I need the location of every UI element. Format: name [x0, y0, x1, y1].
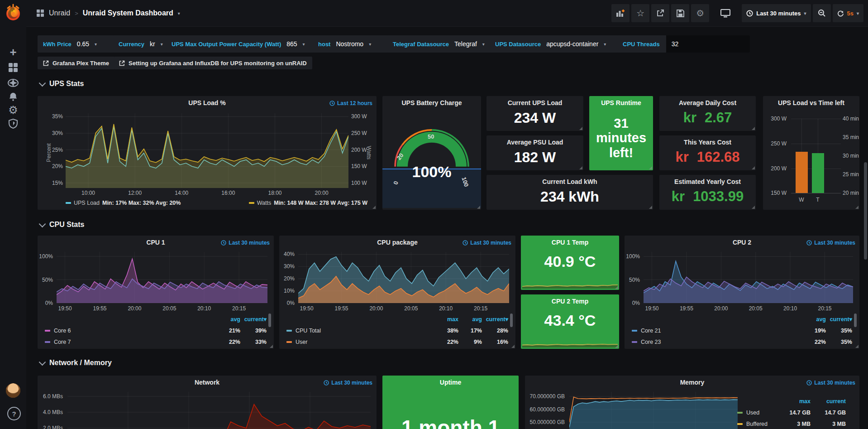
legend-header-max[interactable]: max	[435, 316, 458, 323]
legend-scrollbar[interactable]	[510, 313, 513, 327]
legend-header-row: avg current▾	[632, 313, 852, 325]
caret-down-icon: ▾	[369, 42, 371, 47]
chevron-down-icon	[39, 220, 46, 227]
amount: 1033.99	[693, 188, 744, 205]
dashboards-icon[interactable]	[0, 60, 26, 75]
time-range-picker[interactable]: Last 30 minutes ▾	[742, 4, 811, 22]
x-tick: 19:50	[645, 305, 659, 312]
panel-title[interactable]: CPU 2 Temp	[525, 298, 615, 305]
share-dashboard-button[interactable]	[651, 4, 669, 22]
section-network-memory[interactable]: Network / Memory	[40, 359, 112, 367]
legend-series[interactable]: Core 21	[632, 328, 802, 334]
server-admin-shield-icon[interactable]	[0, 116, 26, 131]
zoom-out-button[interactable]	[813, 4, 831, 22]
breadcrumb-folder[interactable]: Unraid	[49, 9, 70, 17]
panel-title[interactable]: UPS Battery Charge	[387, 99, 477, 106]
new-panel-icon[interactable]: +	[0, 44, 26, 60]
user-avatar[interactable]	[6, 383, 20, 398]
variable-ups-datasource[interactable]: UPS Datasource apcupsd-container ▾	[490, 35, 623, 53]
y-tick: 0%	[287, 300, 295, 306]
variable-telegraf-datasource[interactable]: Telegraf Datasource Telegraf ▾	[387, 35, 495, 53]
variable-host[interactable]: host Nostromo ▾	[313, 35, 393, 53]
panel-title[interactable]: Average PSU Load	[490, 139, 580, 146]
link-label: Setting up Grafana and InfluxDB for UPS …	[129, 60, 307, 67]
breadcrumb-dashboard-title[interactable]: Unraid System Dashboard	[83, 9, 173, 17]
apps-grid-icon[interactable]	[36, 9, 44, 17]
link-grafana-influxdb-ups-guide[interactable]: Setting up Grafana and InfluxDB for UPS …	[114, 57, 312, 69]
legend-series[interactable]: Core 7	[45, 339, 217, 345]
legend-series[interactable]: User	[286, 339, 435, 345]
save-dashboard-button[interactable]	[671, 4, 689, 22]
legend-series[interactable]: Buffered	[737, 421, 779, 427]
bar-time-left[interactable]	[812, 153, 824, 193]
panel-title[interactable]: Current UPS Load	[490, 99, 580, 106]
cycle-view-monitor-icon[interactable]	[716, 4, 734, 22]
panel-title[interactable]: Network	[56, 379, 358, 386]
legend-item[interactable]: UPS Load Min: 17% Max: 32% Avg: 20%	[66, 200, 181, 206]
refresh-picker[interactable]: 5s ▾	[833, 4, 864, 22]
panel-title[interactable]: Average Daily Cost	[663, 99, 752, 106]
variable-kwh-price[interactable]: kWh Price 0.65 ▾	[38, 35, 118, 53]
legend-series[interactable]: Core 6	[45, 328, 217, 334]
legend-series[interactable]: Used	[737, 410, 779, 416]
variable-currency[interactable]: Currency kr ▾	[113, 35, 172, 53]
legend-item[interactable]: Watts Min: 148 W Max: 278 W Avg: 175 W	[249, 200, 367, 206]
legend-header-current[interactable]: current▾	[240, 316, 267, 323]
panel-title[interactable]: Uptime	[401, 379, 501, 386]
bar-watts[interactable]	[796, 152, 808, 193]
legend-header-max[interactable]: max	[779, 398, 811, 405]
legend-header-current[interactable]: current▾	[482, 316, 508, 323]
x-axis: 10:0012:0014:0016:0018:0020:00	[66, 190, 348, 197]
panel-title[interactable]: Current Load kWh	[490, 178, 649, 185]
section-ups-stats[interactable]: UPS Stats	[40, 80, 84, 88]
cpu-package-chart[interactable]	[298, 252, 509, 303]
panel-title[interactable]: UPS Load %	[56, 99, 358, 106]
legend-scrollbar[interactable]	[268, 313, 271, 327]
legend-header-avg[interactable]: avg	[217, 316, 240, 323]
explore-icon[interactable]	[0, 75, 26, 91]
add-panel-button[interactable]	[611, 4, 630, 22]
section-cpu-stats[interactable]: CPU Stats	[40, 221, 84, 229]
variable-label: UPS Datasource	[495, 41, 541, 48]
link-grafana-plex-theme[interactable]: Grafana Plex Theme	[38, 57, 114, 69]
y-tick: 200 W	[351, 147, 367, 153]
legend-header-current[interactable]: current	[811, 398, 846, 405]
alerting-bell-icon[interactable]	[0, 89, 26, 104]
x-tick: 20:15	[232, 305, 246, 312]
panel-title[interactable]: UPS Runtime	[592, 99, 650, 106]
legend-header-current[interactable]: current▾	[826, 316, 852, 323]
dashboard-settings-gear-icon[interactable]: ⚙	[691, 4, 709, 22]
legend-header-avg[interactable]: avg	[802, 316, 826, 323]
currency-prefix: kr	[675, 149, 688, 165]
panel-title[interactable]: UPS Load vs Time left	[766, 99, 857, 106]
variable-ups-max-output[interactable]: UPS Max Output Power Capacity (Watt) 865…	[166, 35, 317, 53]
cpu2-chart[interactable]	[644, 252, 853, 303]
page-scrollbar[interactable]	[864, 162, 867, 260]
grafana-logo-icon[interactable]	[4, 3, 22, 23]
y-axis-left: 35%30%25%20%15%	[44, 113, 66, 188]
configuration-gear-icon[interactable]: ⚙	[0, 102, 26, 118]
legend-row: Core 7 22% 33%	[45, 336, 267, 347]
panel-title[interactable]: Estimated Yearly Cost	[663, 178, 752, 185]
y-tick: 35%	[52, 113, 63, 120]
legend-header-avg[interactable]: avg	[458, 316, 482, 323]
network-chart[interactable]	[67, 392, 371, 429]
panel-title[interactable]: CPU 1 Temp	[525, 239, 615, 246]
help-icon[interactable]: ?	[7, 407, 21, 420]
star-dashboard-button[interactable]: ☆	[631, 4, 649, 22]
legend-scrollbar[interactable]	[854, 313, 857, 327]
ups-bar-chart[interactable]	[791, 119, 841, 193]
x-tick: 20:10	[783, 305, 797, 312]
variable-value: 865	[286, 40, 297, 48]
memory-chart[interactable]	[569, 392, 738, 429]
legend-series[interactable]: Core 23	[632, 339, 802, 345]
panel-title[interactable]: Memory	[543, 379, 841, 386]
cpu1-chart[interactable]	[57, 252, 267, 303]
panel-title[interactable]: This Years Cost	[663, 139, 752, 146]
cpu-threads-input[interactable]: 32	[666, 35, 750, 53]
legend-series[interactable]: CPU Total	[286, 328, 435, 334]
dashboard-dropdown-caret-icon[interactable]: ▾	[178, 11, 180, 16]
ups-load-chart[interactable]	[66, 113, 348, 188]
y-tick: 10%	[284, 288, 295, 294]
variable-label: host	[318, 41, 330, 48]
